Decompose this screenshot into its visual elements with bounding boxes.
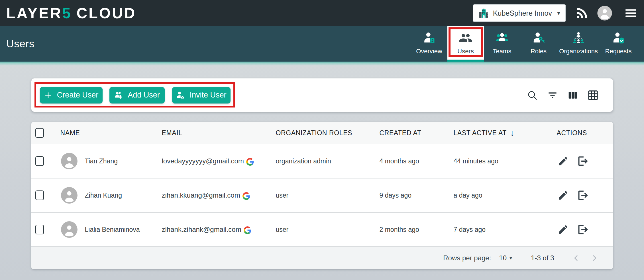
user-org-roles: organization admin (276, 157, 380, 165)
person-check-icon (612, 31, 625, 45)
users-toolbar: Create User Add User (31, 78, 613, 112)
grid-view-button[interactable] (587, 89, 599, 102)
tab-organizations[interactable]: Organizations (557, 26, 600, 62)
chevron-down-icon: ▾ (510, 255, 512, 261)
organization-switcher[interactable]: KubeSphere Innov ▾ (473, 4, 566, 22)
next-page-button[interactable] (590, 254, 599, 262)
rows-per-page-select[interactable]: 10 ▾ (499, 254, 512, 262)
tab-users[interactable]: Users (447, 26, 484, 62)
rss-feed-icon (576, 7, 588, 19)
table-row: Lialia Beniaminova zihank.zihank@gmail.c… (31, 213, 613, 247)
row-checkbox[interactable] (35, 225, 44, 234)
user-name: Lialia Beniaminova (85, 226, 140, 234)
user-last-active-at: a day ago (454, 192, 552, 199)
button-label: Create User (57, 91, 99, 100)
sort-desc-arrow-icon: ↓ (510, 128, 515, 138)
add-user-button[interactable]: Add User (109, 87, 165, 104)
users-table: NAME EMAIL ORGANIZATION ROLES CREATED AT… (31, 122, 613, 269)
tab-label: Requests (605, 48, 632, 55)
user-email: zihan.kkuang@gmail.com (162, 191, 240, 199)
remove-user-button[interactable] (577, 155, 589, 167)
row-checkbox[interactable] (35, 156, 44, 166)
org-hierarchy-icon (572, 31, 585, 45)
tab-label: Users (457, 48, 474, 55)
section-nav-bar: Users Overview (0, 26, 644, 62)
topbar-right-cluster: KubeSphere Innov ▾ (473, 4, 637, 22)
search-icon (527, 90, 538, 101)
avatar (60, 221, 78, 238)
logo-text-cloud: CLOUD (76, 6, 136, 21)
columns-button[interactable] (566, 89, 579, 102)
nav-tabs: Overview Users (411, 26, 644, 62)
tab-overview[interactable]: Overview (411, 26, 447, 62)
edit-user-button[interactable] (557, 155, 569, 167)
main-content: Create User Add User (0, 62, 644, 280)
organization-name: KubeSphere Innov (493, 9, 552, 17)
building-icon (478, 8, 489, 19)
active-tab-indicator (447, 60, 484, 62)
button-label: Add User (128, 91, 160, 100)
create-user-button[interactable]: Create User (40, 87, 103, 104)
table-header-row: NAME EMAIL ORGANIZATION ROLES CREATED AT… (31, 122, 613, 144)
tab-roles[interactable]: Roles (520, 26, 557, 62)
column-header-email[interactable]: EMAIL (162, 129, 276, 137)
user-org-roles: user (276, 192, 380, 199)
person-key-icon (532, 31, 545, 45)
layer5-cloud-app: LAYER5 CLOUD (0, 0, 644, 280)
chevron-right-icon (590, 254, 599, 262)
person-badge-icon (422, 31, 436, 45)
team-icon (495, 31, 509, 45)
user-name: Tian Zhang (85, 157, 118, 165)
pencil-icon (557, 190, 569, 201)
select-all-checkbox[interactable] (35, 128, 44, 138)
edit-user-button[interactable] (557, 223, 569, 236)
person-invite-icon (176, 91, 185, 100)
tab-label: Roles (531, 48, 547, 55)
people-icon (459, 31, 472, 45)
hamburger-menu-button[interactable] (625, 9, 637, 18)
logout-icon (577, 155, 589, 167)
user-email: lovedayyyyyyy@gmail.com (162, 157, 244, 165)
remove-user-button[interactable] (577, 189, 589, 202)
edit-user-button[interactable] (557, 189, 569, 202)
user-name: Zihan Kuang (85, 192, 122, 199)
column-header-name[interactable]: NAME (60, 129, 162, 137)
logout-icon (577, 223, 589, 236)
user-created-at: 4 months ago (380, 157, 454, 165)
tab-teams[interactable]: Teams (484, 26, 520, 62)
menu-icon (625, 9, 637, 18)
pencil-icon (557, 155, 569, 167)
table-row: Zihan Kuang zihan.kkuang@gmail.com user (31, 178, 613, 213)
user-avatar-icon (597, 5, 613, 21)
row-checkbox[interactable] (35, 190, 44, 200)
google-icon (246, 158, 254, 166)
column-header-organization-roles[interactable]: ORGANIZATION ROLES (276, 129, 380, 137)
invite-user-button[interactable]: Invite User (172, 87, 231, 104)
google-icon (242, 192, 250, 200)
account-menu-button[interactable] (597, 5, 613, 21)
previous-page-button[interactable] (572, 254, 580, 262)
search-button[interactable] (526, 89, 539, 102)
rss-feed-button[interactable] (576, 7, 588, 19)
logout-icon (577, 189, 589, 202)
rows-per-page-value: 10 (499, 254, 507, 262)
filter-icon (547, 90, 558, 101)
columns-icon (567, 90, 578, 101)
user-created-at: 2 months ago (380, 226, 454, 234)
avatar (60, 186, 78, 204)
rows-per-page-label: Rows per page: (443, 254, 491, 262)
tab-requests[interactable]: Requests (600, 26, 637, 62)
filter-button[interactable] (546, 89, 559, 102)
layer5-cloud-logo[interactable]: LAYER5 CLOUD (6, 6, 136, 21)
column-header-last-active-at[interactable]: LAST ACTIVE AT ↓ (454, 128, 552, 138)
table-row: Tian Zhang lovedayyyyyyy@gmail.com organ… (31, 144, 613, 178)
plus-icon (44, 91, 52, 100)
logo-text-5: 5 (62, 6, 72, 21)
column-header-created-at[interactable]: CREATED AT (380, 129, 454, 137)
remove-user-button[interactable] (577, 223, 589, 236)
chevron-left-icon (572, 254, 580, 262)
grid-icon (587, 90, 599, 101)
person-add-icon (114, 91, 123, 100)
user-last-active-at: 44 minutes ago (454, 157, 552, 165)
user-last-active-at: 7 days ago (454, 226, 552, 234)
